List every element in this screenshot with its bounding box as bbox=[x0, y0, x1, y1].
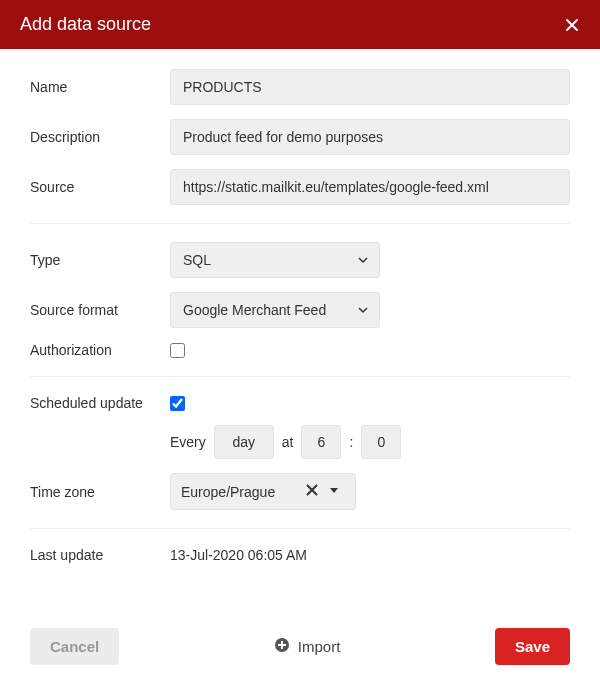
close-button[interactable] bbox=[564, 17, 580, 33]
timezone-label: Time zone bbox=[30, 484, 170, 500]
name-input[interactable] bbox=[170, 69, 570, 105]
interval-select[interactable]: day bbox=[214, 425, 274, 459]
authorization-checkbox[interactable] bbox=[170, 343, 185, 358]
schedule-interval-row: Every day at : bbox=[170, 425, 570, 459]
section-divider bbox=[30, 528, 570, 529]
dialog-footer: Cancel Import Save bbox=[0, 608, 600, 695]
timezone-row: Time zone Europe/Prague bbox=[30, 473, 570, 510]
source-row: Source bbox=[30, 169, 570, 205]
source-input[interactable] bbox=[170, 169, 570, 205]
source-label: Source bbox=[30, 179, 170, 195]
timezone-dropdown-button[interactable] bbox=[323, 481, 345, 502]
cancel-button[interactable]: Cancel bbox=[30, 628, 119, 665]
type-select[interactable]: SQL bbox=[170, 242, 380, 278]
at-label: at bbox=[282, 434, 294, 450]
description-row: Description bbox=[30, 119, 570, 155]
minute-input[interactable] bbox=[361, 425, 401, 459]
timezone-value: Europe/Prague bbox=[181, 484, 301, 500]
add-data-source-dialog: Add data source Name Description Source … bbox=[0, 0, 600, 695]
description-input[interactable] bbox=[170, 119, 570, 155]
last-update-value: 13-Jul-2020 06:05 AM bbox=[170, 547, 307, 563]
hour-input[interactable] bbox=[301, 425, 341, 459]
save-button[interactable]: Save bbox=[495, 628, 570, 665]
dialog-body: Name Description Source Type SQL Source … bbox=[0, 49, 600, 608]
scheduled-update-label: Scheduled update bbox=[30, 395, 170, 411]
close-icon bbox=[305, 483, 319, 500]
authorization-row: Authorization bbox=[30, 342, 570, 358]
last-update-row: Last update 13-Jul-2020 06:05 AM bbox=[30, 547, 570, 563]
description-label: Description bbox=[30, 129, 170, 145]
name-row: Name bbox=[30, 69, 570, 105]
source-format-select[interactable]: Google Merchant Feed bbox=[170, 292, 380, 328]
section-divider bbox=[30, 223, 570, 224]
import-button[interactable]: Import bbox=[262, 629, 353, 664]
scheduled-update-row: Scheduled update bbox=[30, 395, 570, 411]
plus-circle-icon bbox=[274, 637, 290, 656]
every-label: Every bbox=[170, 434, 206, 450]
authorization-label: Authorization bbox=[30, 342, 170, 358]
section-divider bbox=[30, 376, 570, 377]
close-icon bbox=[564, 17, 580, 33]
timezone-clear-button[interactable] bbox=[301, 481, 323, 502]
scheduled-update-checkbox[interactable] bbox=[170, 396, 185, 411]
timezone-combobox[interactable]: Europe/Prague bbox=[170, 473, 356, 510]
type-row: Type SQL bbox=[30, 242, 570, 278]
last-update-label: Last update bbox=[30, 547, 170, 563]
type-label: Type bbox=[30, 252, 170, 268]
dialog-header: Add data source bbox=[0, 0, 600, 49]
time-colon: : bbox=[349, 434, 353, 450]
source-format-row: Source format Google Merchant Feed bbox=[30, 292, 570, 328]
source-format-label: Source format bbox=[30, 302, 170, 318]
dialog-title: Add data source bbox=[20, 14, 151, 35]
import-label: Import bbox=[298, 638, 341, 655]
name-label: Name bbox=[30, 79, 170, 95]
chevron-down-icon bbox=[327, 483, 341, 500]
